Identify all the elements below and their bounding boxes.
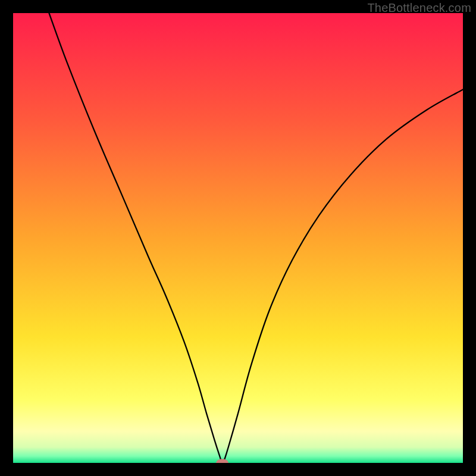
gradient-background [13,13,463,463]
plot-svg [13,13,463,463]
chart-frame: TheBottleneck.com [0,0,476,476]
plot-area [13,13,463,463]
watermark-text: TheBottleneck.com [367,1,471,15]
